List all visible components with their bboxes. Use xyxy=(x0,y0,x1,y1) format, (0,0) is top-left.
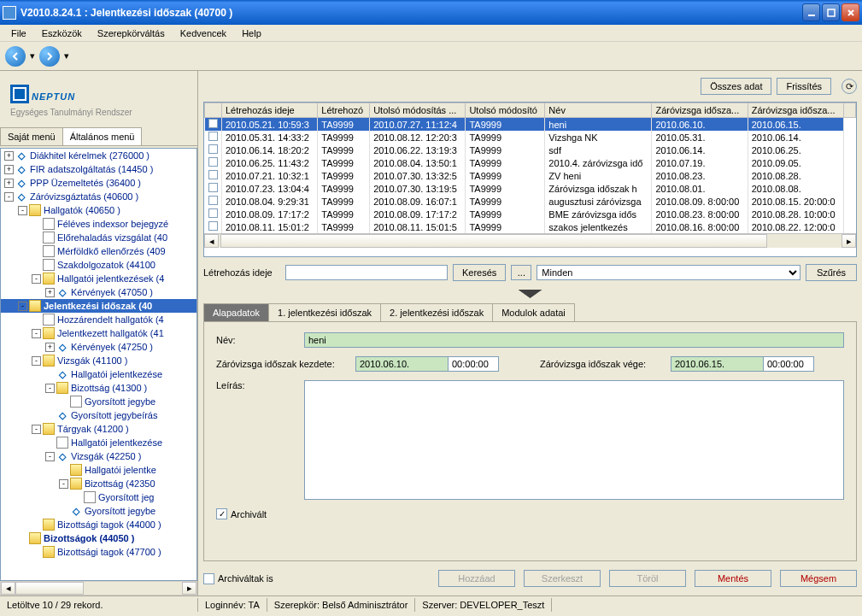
tab-sajat-menu[interactable]: Saját menü xyxy=(0,127,63,145)
tree-hscroll[interactable]: ◂ ▸ xyxy=(0,581,197,595)
tree-node[interactable]: Hozzárendelt hallgatók (4 xyxy=(1,313,196,326)
expand-icon[interactable]: - xyxy=(45,452,55,461)
grid-scroll-left-icon[interactable]: ◂ xyxy=(204,234,219,248)
expand-icon[interactable]: + xyxy=(4,179,14,188)
tree-node[interactable]: Féléves indexsor bejegyzé xyxy=(1,217,196,231)
maximize-button[interactable] xyxy=(822,3,840,21)
column-header[interactable]: Záróvizsga idősza... xyxy=(652,103,748,118)
tree-node[interactable]: -Hallgatói jelentkezések (4 xyxy=(1,272,196,285)
menu-eszkozok[interactable]: Eszközök xyxy=(35,26,89,40)
menu-help[interactable]: Help xyxy=(235,26,268,40)
tree-node[interactable]: Hallgatói jelentkezése xyxy=(1,436,196,449)
tree-node[interactable]: -Jelentkezett hallgatók (41 xyxy=(1,326,196,340)
tab-altalanos-menu[interactable]: Általános menü xyxy=(62,127,143,145)
scroll-left-icon[interactable]: ◂ xyxy=(1,582,15,595)
row-checkbox[interactable] xyxy=(208,221,218,231)
table-row[interactable]: 2010.08.11. 15:01:2TA99992010.08.11. 15:… xyxy=(205,220,856,233)
expand-icon[interactable]: - xyxy=(32,274,41,284)
scroll-thumb[interactable] xyxy=(15,582,84,595)
row-checkbox[interactable] xyxy=(208,144,218,154)
expand-icon[interactable]: + xyxy=(45,343,55,352)
search-input[interactable] xyxy=(285,265,448,280)
kezdete-time-input[interactable] xyxy=(448,356,499,372)
expand-icon[interactable]: - xyxy=(18,206,27,215)
tree-node[interactable]: Előrehaladás vizsgálat (40 xyxy=(1,231,196,244)
row-checkbox[interactable] xyxy=(208,196,218,205)
tree-node[interactable]: Bizottsági tagok (44000 ) xyxy=(1,518,196,531)
tree-node[interactable]: +◇PPP Üzemeltetés (36400 ) xyxy=(1,176,196,190)
row-checkbox[interactable] xyxy=(208,183,218,192)
tree-node[interactable]: +◇Kérvények (47050 ) xyxy=(1,285,196,299)
expand-icon[interactable]: + xyxy=(4,165,14,174)
tree-node[interactable]: -Hallgatók (40650 ) xyxy=(1,203,196,217)
menu-szerepkorvaltas[interactable]: Szerepkörváltás xyxy=(91,26,172,40)
tree-node[interactable]: +◇Diákhitel kérelmek (276000 ) xyxy=(1,149,196,162)
column-header[interactable]: Létrehozás ideje xyxy=(222,103,318,118)
filter-select[interactable]: Minden xyxy=(537,265,800,280)
minimize-button[interactable] xyxy=(802,3,820,21)
search-more-button[interactable]: ... xyxy=(511,265,531,280)
nev-field[interactable]: heni xyxy=(304,332,844,348)
archivaltak-is-checkbox[interactable]: Archiváltak is xyxy=(203,573,273,584)
tree-node[interactable]: -Vizsgák (41100 ) xyxy=(1,354,196,367)
navigation-tree[interactable]: +◇Diákhitel kérelmek (276000 )+◇FIR adat… xyxy=(0,148,197,581)
grid-scroll-right-icon[interactable]: ▸ xyxy=(841,234,856,248)
tree-node[interactable]: -Jelentkezési időszak (40 xyxy=(1,299,196,313)
table-row[interactable]: 2010.08.04. 9:29:31TA99992010.08.09. 16:… xyxy=(205,195,856,208)
tree-node[interactable]: Mérföldkő ellenőrzés (409 xyxy=(1,244,196,258)
torol-button[interactable]: Töröl xyxy=(609,570,686,587)
frissites-button[interactable]: Frissítés xyxy=(777,78,831,95)
column-header[interactable]: Utolsó módosítás ... xyxy=(370,103,466,118)
table-row[interactable]: 2010.08.09. 17:17:2TA99992010.08.09. 17:… xyxy=(205,208,856,220)
tree-node[interactable]: -◇Záróvizsgáztatás (40600 ) xyxy=(1,190,196,203)
tree-node[interactable]: Gyorsított jeg xyxy=(1,490,196,504)
table-row[interactable]: 2010.05.31. 14:33:2TA99992010.08.12. 12:… xyxy=(205,131,856,144)
expand-icon[interactable]: - xyxy=(59,479,68,489)
row-checkbox[interactable] xyxy=(208,157,218,167)
expand-icon[interactable]: - xyxy=(18,302,27,311)
tab-jelentkezesi-2[interactable]: 2. jelentkezési időszak xyxy=(380,303,493,321)
expand-icon[interactable]: - xyxy=(32,356,41,366)
grid-scroll-thumb[interactable] xyxy=(220,234,767,248)
tab-alapadatok[interactable]: Alapadatok xyxy=(203,303,269,321)
table-row[interactable]: 2010.06.14. 18:20:2TA99992010.06.22. 13:… xyxy=(205,144,856,156)
megsem-button[interactable]: Mégsem xyxy=(780,570,857,587)
nav-forward-button[interactable] xyxy=(39,46,60,67)
column-header[interactable]: Záróvizsga idősza... xyxy=(748,103,843,118)
tree-node[interactable]: -Bizottság (42350 xyxy=(1,477,196,490)
row-checkbox[interactable] xyxy=(208,119,218,128)
table-row[interactable]: 2010.06.25. 11:43:2TA99992010.08.04. 13:… xyxy=(205,156,856,169)
collapse-marker-icon[interactable] xyxy=(203,288,857,303)
tree-node[interactable]: Bizottsági tagok (47700 ) xyxy=(1,545,196,559)
tree-node[interactable]: -Bizottság (41300 ) xyxy=(1,381,196,395)
szures-button[interactable]: Szűrés xyxy=(806,264,857,281)
tree-node[interactable]: +◇FIR adatszolgáltatás (14450 ) xyxy=(1,162,196,176)
nav-back-dropdown[interactable]: ▾ xyxy=(27,46,38,67)
tree-node[interactable]: -Tárgyak (41200 ) xyxy=(1,422,196,436)
menu-kedvencek[interactable]: Kedvencek xyxy=(173,26,233,40)
expand-icon[interactable]: - xyxy=(32,425,41,434)
table-row[interactable]: 2010.07.23. 13:04:4TA99992010.07.30. 13:… xyxy=(205,182,856,195)
expand-icon[interactable]: + xyxy=(4,151,14,161)
tree-node[interactable]: Gyorsított jegybe xyxy=(1,395,196,408)
info-icon[interactable]: ⟳ xyxy=(841,79,857,94)
row-checkbox[interactable] xyxy=(208,132,218,141)
tree-node[interactable]: ◇Hallgatói jelentkezése xyxy=(1,367,196,381)
expand-icon[interactable]: - xyxy=(45,384,55,393)
vege-time-input[interactable] xyxy=(763,356,814,372)
expand-icon[interactable]: + xyxy=(45,288,55,297)
expand-icon[interactable]: - xyxy=(32,329,41,338)
szerkeszt-button[interactable]: Szerkeszt xyxy=(524,570,601,587)
close-button[interactable] xyxy=(841,3,859,21)
tree-node[interactable]: Hallgatói jelentke xyxy=(1,463,196,477)
tree-node[interactable]: Szakdolgozatok (44100 xyxy=(1,258,196,272)
hozzaad-button[interactable]: Hozzáad xyxy=(438,570,515,587)
expand-icon[interactable]: - xyxy=(4,192,14,202)
table-row[interactable]: 2010.07.21. 10:32:1TA99992010.07.30. 13:… xyxy=(205,169,856,182)
tree-node[interactable]: Bizottságok (44050 ) xyxy=(1,531,196,545)
menu-file[interactable]: File xyxy=(4,26,33,40)
tree-node[interactable]: ◇Gyorsított jegybe xyxy=(1,504,196,518)
tab-jelentkezesi-1[interactable]: 1. jelentkezési időszak xyxy=(268,303,381,321)
table-row[interactable]: 2010.05.21. 10:59:3TA99992010.07.27. 11:… xyxy=(205,118,856,132)
mentes-button[interactable]: Mentés xyxy=(695,570,771,587)
